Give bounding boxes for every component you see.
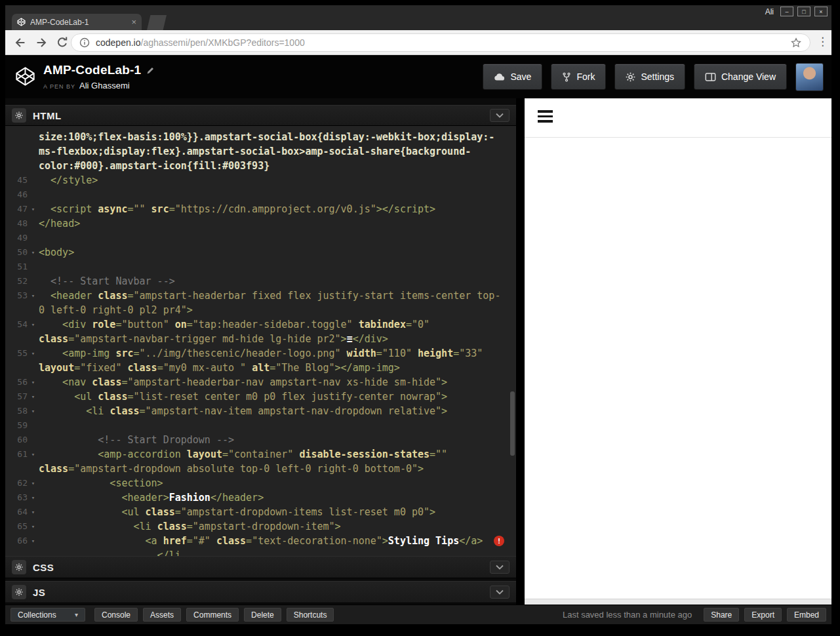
- code-line[interactable]: 60 <!-- Start Dropdown -->: [5, 433, 516, 447]
- fold-marker-icon[interactable]: ▾: [28, 317, 39, 332]
- html-editor-header[interactable]: HTML: [5, 105, 516, 126]
- code-line[interactable]: 47▾ <script async="" src="https://cdn.am…: [5, 202, 516, 216]
- refresh-icon[interactable]: [55, 35, 70, 50]
- css-editor-gear-icon[interactable]: [12, 560, 26, 574]
- code-line[interactable]: class="ampstart-navbar-trigger md-hide l…: [5, 332, 516, 346]
- edit-pencil-icon[interactable]: [146, 66, 155, 75]
- fold-marker-icon[interactable]: ▾: [28, 375, 39, 389]
- code-line[interactable]: 0 left-0 right-0 pl2 pr4">: [5, 303, 516, 317]
- settings-button[interactable]: Settings: [614, 64, 685, 90]
- window-minimize-icon[interactable]: –: [780, 7, 793, 16]
- fold-marker-icon[interactable]: ▾: [28, 476, 39, 490]
- code-line[interactable]: 46: [5, 188, 516, 202]
- back-icon[interactable]: [13, 35, 28, 50]
- fold-marker-icon[interactable]: ▾: [28, 288, 39, 303]
- forward-icon[interactable]: [34, 35, 49, 50]
- hamburger-menu-icon[interactable]: [538, 110, 553, 125]
- fold-marker-icon[interactable]: ▾: [28, 534, 39, 548]
- css-collapse-chevron-icon[interactable]: [490, 561, 510, 574]
- fork-button[interactable]: Fork: [551, 64, 606, 90]
- site-info-icon[interactable]: [79, 37, 90, 48]
- code-line[interactable]: 66▾ <a href="#" class="text-decoration-n…: [5, 534, 516, 548]
- code-line[interactable]: 52 <!-- Start Navbar -->: [5, 274, 516, 288]
- html-collapse-chevron-icon[interactable]: [490, 109, 510, 122]
- code-line[interactable]: 51: [5, 260, 516, 274]
- footer-button-shortcuts[interactable]: Shortcuts: [287, 608, 334, 622]
- window-maximize-icon[interactable]: □: [797, 7, 810, 16]
- code-text: size:100%;flex-basis:100%}}.ampstart-soc…: [39, 130, 494, 144]
- codepen-logo-icon[interactable]: [15, 66, 35, 87]
- js-editor-header[interactable]: JS: [5, 581, 516, 603]
- editor-scrollbar-thumb[interactable]: [510, 391, 515, 456]
- fold-gutter: [28, 130, 39, 144]
- line-number: 48: [5, 216, 28, 231]
- footer-button-delete[interactable]: Delete: [244, 608, 281, 622]
- fold-marker-icon[interactable]: ▾: [28, 389, 39, 404]
- fold-marker-icon[interactable]: ▾: [28, 404, 39, 418]
- browser-tab[interactable]: AMP-CodeLab-1 ×: [12, 14, 142, 30]
- code-line[interactable]: 45 </style>: [5, 173, 516, 188]
- fold-marker-icon[interactable]: ▾: [28, 490, 39, 505]
- footer-button-assets[interactable]: Assets: [143, 608, 181, 622]
- code-line[interactable]: </li: [5, 548, 516, 556]
- code-line[interactable]: 48</head>: [5, 216, 516, 231]
- change-view-button[interactable]: Change View: [694, 64, 787, 90]
- line-number: [5, 361, 28, 375]
- code-line[interactable]: size:100%;flex-basis:100%}}.ampstart-soc…: [5, 130, 516, 144]
- tab-close-icon[interactable]: ×: [131, 18, 136, 26]
- html-editor-gear-icon[interactable]: [12, 108, 26, 123]
- code-line[interactable]: ms-flexbox;display:flex}.ampstart-social…: [5, 144, 516, 159]
- bookmark-star-icon[interactable]: [790, 37, 802, 49]
- window-close-icon[interactable]: ×: [814, 7, 828, 16]
- html-code-editor[interactable]: size:100%;flex-basis:100%}}.ampstart-soc…: [5, 126, 516, 556]
- change-view-icon: [705, 72, 716, 82]
- fold-gutter: [28, 260, 39, 274]
- code-line[interactable]: 63▾ <header>Fashion</header>: [5, 490, 516, 505]
- code-line[interactable]: color:#000}.ampstart-icon{fill:#003f93}: [5, 159, 516, 173]
- code-line[interactable]: 61▾ <amp-accordion layout="container" di…: [5, 447, 516, 462]
- code-line[interactable]: 53▾ <header class="ampstart-headerbar fi…: [5, 288, 516, 303]
- code-line[interactable]: 50▾<body>: [5, 245, 516, 260]
- collections-dropdown[interactable]: Collections ▾: [10, 608, 85, 622]
- export-button[interactable]: Export: [744, 608, 782, 622]
- css-editor-header[interactable]: CSS: [5, 556, 516, 578]
- code-line[interactable]: 58▾ <li class="ampstart-nav-item ampstar…: [5, 404, 516, 418]
- js-editor-label: JS: [33, 587, 45, 598]
- js-collapse-chevron-icon[interactable]: [490, 586, 510, 599]
- pen-title: AMP-CodeLab-1: [43, 63, 141, 77]
- code-line[interactable]: 49: [5, 231, 516, 245]
- code-text: <script async="" src="https://cdn.amppro…: [39, 202, 435, 216]
- code-line[interactable]: layout="fixed" class="my0 mx-auto " alt=…: [5, 361, 516, 375]
- author-link[interactable]: Ali Ghassemi: [79, 81, 130, 90]
- code-line[interactable]: 65▾ <li class="ampstart-dropdown-item">: [5, 519, 516, 534]
- fold-gutter: [28, 462, 39, 476]
- code-text: </head>: [39, 216, 80, 231]
- fold-marker-icon[interactable]: ▾: [28, 505, 39, 519]
- code-line[interactable]: 62▾ <section>: [5, 476, 516, 490]
- code-line[interactable]: 59: [5, 418, 516, 433]
- footer-button-comments[interactable]: Comments: [186, 608, 239, 622]
- code-line[interactable]: 64▾ <ul class="ampstart-dropdown-items l…: [5, 505, 516, 519]
- code-line[interactable]: 55▾ <amp-img src="../img/thescenic/heade…: [5, 346, 516, 361]
- code-line[interactable]: 56▾ <nav class="ampstart-headerbar-nav a…: [5, 375, 516, 389]
- share-button[interactable]: Share: [704, 608, 739, 622]
- browser-menu-icon[interactable]: ⋮: [817, 35, 828, 49]
- code-line[interactable]: 54▾ <div role="button" on="tap:header-si…: [5, 317, 516, 332]
- code-line[interactable]: class="ampstart-dropdown absolute top-0 …: [5, 462, 516, 476]
- new-tab-button[interactable]: [147, 15, 167, 30]
- embed-button[interactable]: Embed: [787, 608, 826, 622]
- footer-button-console[interactable]: Console: [94, 608, 138, 622]
- byline-label: A PEN BY: [43, 83, 75, 90]
- fold-marker-icon[interactable]: ▾: [28, 346, 39, 361]
- url-field[interactable]: codepen.io/aghassemi/pen/XMKbGP?editors=…: [71, 33, 810, 52]
- save-button[interactable]: Save: [483, 64, 542, 90]
- code-text: 0 left-0 right-0 pl2 pr4">: [39, 303, 193, 317]
- line-number: 65: [5, 519, 28, 534]
- js-editor-gear-icon[interactable]: [12, 585, 26, 599]
- code-line[interactable]: 57▾ <ul class="list-reset center m0 p0 f…: [5, 389, 516, 404]
- fold-marker-icon[interactable]: ▾: [28, 519, 39, 534]
- fold-marker-icon[interactable]: ▾: [28, 447, 39, 462]
- fold-marker-icon[interactable]: ▾: [28, 245, 39, 260]
- fold-marker-icon[interactable]: ▾: [28, 202, 39, 216]
- avatar[interactable]: [795, 63, 824, 91]
